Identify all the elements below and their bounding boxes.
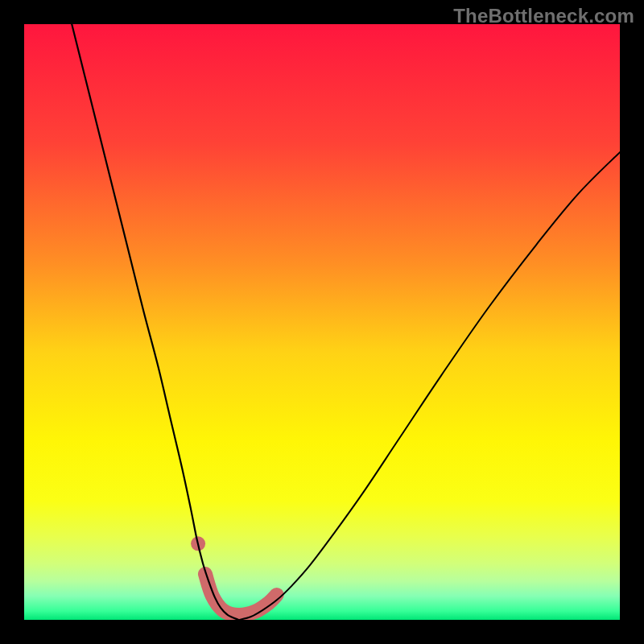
gradient-background <box>24 24 620 620</box>
chart-frame: TheBottleneck.com <box>0 0 644 644</box>
plot-area <box>24 24 620 620</box>
chart-svg <box>24 24 620 620</box>
watermark-text: TheBottleneck.com <box>453 5 634 27</box>
